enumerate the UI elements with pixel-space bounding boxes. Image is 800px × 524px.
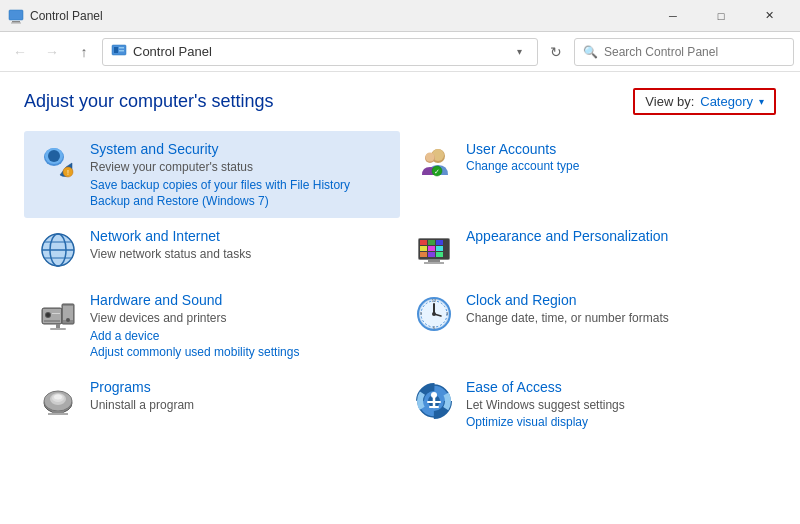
view-by-container[interactable]: View by: Category ▾ (633, 88, 776, 115)
user-accounts-link-1[interactable]: Change account type (466, 159, 579, 173)
hardware-sound-link-2[interactable]: Adjust commonly used mobility settings (90, 345, 299, 359)
svg-point-63 (54, 394, 62, 399)
ease-access-text: Ease of Access Let Windows suggest setti… (466, 379, 625, 430)
svg-rect-28 (428, 240, 435, 245)
address-bar: ← → ↑ Control Panel ▾ ↻ 🔍 (0, 32, 800, 72)
svg-rect-27 (420, 240, 427, 245)
hardware-sound-link-1[interactable]: Add a device (90, 329, 299, 343)
window-controls: ─ □ ✕ (650, 0, 792, 32)
svg-rect-2 (11, 22, 21, 23)
svg-rect-36 (428, 260, 440, 262)
svg-rect-37 (424, 262, 444, 264)
system-security-subtitle: Review your computer's status (90, 159, 350, 176)
svg-rect-29 (436, 240, 443, 245)
main-content: Adjust your computer's settings View by:… (0, 72, 800, 455)
ease-access-icon (412, 379, 456, 423)
hardware-sound-title[interactable]: Hardware and Sound (90, 292, 299, 308)
svg-rect-0 (9, 10, 23, 20)
view-by-label: View by: (645, 94, 694, 109)
svg-rect-35 (436, 252, 443, 257)
svg-rect-65 (48, 413, 68, 415)
main-header: Adjust your computer's settings View by:… (24, 88, 776, 115)
refresh-button[interactable]: ↻ (542, 38, 570, 66)
view-by-dropdown-icon[interactable]: ▾ (759, 96, 764, 107)
breadcrumb-dropdown[interactable]: ▾ (509, 42, 529, 62)
svg-rect-45 (63, 306, 73, 320)
svg-point-9 (48, 150, 60, 162)
category-hardware-sound[interactable]: Hardware and Sound View devices and prin… (24, 282, 400, 369)
address-icon (111, 42, 127, 61)
back-button[interactable]: ← (6, 38, 34, 66)
svg-point-42 (46, 313, 50, 317)
network-internet-title[interactable]: Network and Internet (90, 228, 251, 244)
svg-rect-31 (428, 246, 435, 251)
clock-region-title[interactable]: Clock and Region (466, 292, 669, 308)
category-clock-region[interactable]: 12 3 6 9 Clock and Region Change date, t… (400, 282, 776, 369)
app-icon (8, 8, 24, 24)
address-input[interactable]: Control Panel ▾ (102, 38, 538, 66)
search-icon: 🔍 (583, 45, 598, 59)
hardware-sound-text: Hardware and Sound View devices and prin… (90, 292, 299, 359)
maximize-button[interactable]: □ (698, 0, 744, 32)
user-accounts-icon: ✓ (412, 141, 456, 185)
svg-point-15 (426, 153, 435, 162)
network-internet-text: Network and Internet View network status… (90, 228, 251, 263)
system-security-link-2[interactable]: Backup and Restore (Windows 7) (90, 194, 350, 208)
up-button[interactable]: ↑ (70, 38, 98, 66)
svg-rect-4 (114, 47, 118, 53)
system-security-icon: ! (36, 141, 80, 185)
hardware-sound-subtitle: View devices and printers (90, 310, 299, 327)
view-by-value[interactable]: Category (700, 94, 753, 109)
category-ease-access[interactable]: Ease of Access Let Windows suggest setti… (400, 369, 776, 440)
category-network-internet[interactable]: Network and Internet View network status… (24, 218, 400, 282)
svg-rect-1 (12, 21, 20, 23)
network-internet-subtitle: View network status and tasks (90, 246, 251, 263)
svg-text:!: ! (67, 169, 69, 176)
appearance-title[interactable]: Appearance and Personalization (466, 228, 668, 244)
svg-text:✓: ✓ (434, 168, 440, 175)
programs-subtitle: Uninstall a program (90, 397, 194, 414)
svg-point-46 (66, 318, 70, 322)
svg-rect-40 (44, 320, 60, 322)
appearance-icon (412, 228, 456, 272)
ease-access-link-1[interactable]: Optimize visual display (466, 415, 625, 429)
category-user-accounts[interactable]: ✓ User Accounts Change account type (400, 131, 776, 218)
svg-rect-48 (50, 328, 66, 330)
programs-text: Programs Uninstall a program (90, 379, 194, 414)
forward-button[interactable]: → (38, 38, 66, 66)
categories-grid: ! System and Security Review your comput… (24, 131, 776, 439)
system-security-title[interactable]: System and Security (90, 141, 350, 157)
ease-access-title[interactable]: Ease of Access (466, 379, 625, 395)
user-accounts-title[interactable]: User Accounts (466, 141, 579, 157)
svg-rect-32 (436, 246, 443, 251)
svg-rect-64 (52, 411, 64, 413)
window-title: Control Panel (30, 9, 650, 23)
svg-rect-6 (119, 50, 124, 52)
svg-rect-43 (52, 313, 60, 314)
svg-point-54 (432, 312, 436, 316)
clock-region-subtitle: Change date, time, or number formats (466, 310, 669, 327)
breadcrumb-text: Control Panel (133, 44, 509, 59)
page-title: Adjust your computer's settings (24, 91, 274, 112)
minimize-button[interactable]: ─ (650, 0, 696, 32)
svg-rect-34 (428, 252, 435, 257)
category-appearance[interactable]: Appearance and Personalization (400, 218, 776, 282)
search-box[interactable]: 🔍 (574, 38, 794, 66)
network-internet-icon (36, 228, 80, 272)
svg-point-24 (42, 234, 74, 266)
programs-title[interactable]: Programs (90, 379, 194, 395)
title-bar: Control Panel ─ □ ✕ (0, 0, 800, 32)
svg-rect-30 (420, 246, 427, 251)
system-security-text: System and Security Review your computer… (90, 141, 350, 208)
ease-access-subtitle: Let Windows suggest settings (466, 397, 625, 414)
search-input[interactable] (604, 45, 785, 59)
svg-rect-47 (56, 324, 60, 328)
close-button[interactable]: ✕ (746, 0, 792, 32)
category-programs[interactable]: Programs Uninstall a program (24, 369, 400, 440)
category-system-security[interactable]: ! System and Security Review your comput… (24, 131, 400, 218)
clock-region-text: Clock and Region Change date, time, or n… (466, 292, 669, 327)
svg-rect-5 (119, 47, 124, 49)
svg-text:12: 12 (432, 298, 437, 303)
svg-rect-33 (420, 252, 427, 257)
system-security-link-1[interactable]: Save backup copies of your files with Fi… (90, 178, 350, 192)
